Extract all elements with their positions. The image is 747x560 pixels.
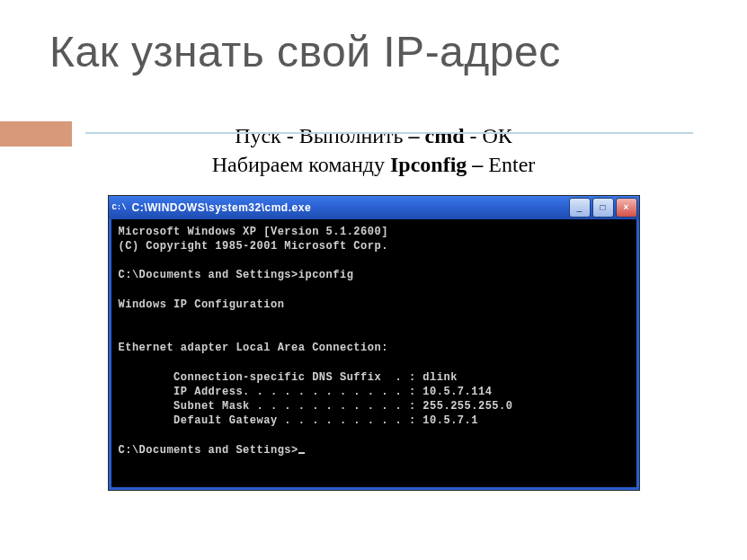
console-line: Ethernet adapter Local Area Connection: [119,342,388,354]
console-line [119,429,126,441]
console-line [119,356,126,369]
instruction-line-2: Набираем команду Ipconfig – Enter [0,150,747,179]
console-line: Subnet Mask . . . . . . . . . . . : 255.… [119,400,513,413]
console-line: C:\Documents and Settings>ipconfig [119,269,354,281]
divider [85,132,693,134]
console-line [119,284,126,297]
window-title: C:\WINDOWS\system32\cmd.exe [132,201,569,214]
cursor [298,452,305,454]
bold-text: Ipconfig – [390,153,483,176]
text: Набираем команду [212,153,390,176]
window-controls: _ □ × [569,198,637,218]
console-line [119,313,126,325]
console-line: Microsoft Windows XP [Version 5.1.2600] [119,226,388,238]
console-line: Windows IP Configuration [119,298,285,311]
console-line: (C) Copyright 1985-2001 Microsoft Corp. [119,240,388,253]
console-prompt: C:\Documents and Settings> [119,444,298,457]
titlebar: C:\ C:\WINDOWS\system32\cmd.exe _ □ × [109,196,639,219]
close-button[interactable]: × [616,198,637,218]
instructions: Пуск - Выполнить – cmd - ОК Набираем ком… [0,121,747,180]
cmd-icon: C:\ [112,200,127,215]
maximize-button[interactable]: □ [592,198,614,218]
cmd-window: C:\ C:\WINDOWS\system32\cmd.exe _ □ × Mi… [109,196,639,490]
text: - ОК [465,124,512,147]
console-line [119,254,126,267]
console-line [119,327,126,340]
console-line: Default Gateway . . . . . . . . . : 10.5… [119,414,478,427]
slide: Как узнать свой IP-адрес Пуск - Выполнит… [0,27,747,560]
console-line: Connection-specific DNS Suffix . : dlink [119,371,458,384]
text: Пуск - Выполнить [235,124,408,147]
text: Enter [483,153,535,176]
minimize-button[interactable]: _ [569,198,591,218]
accent-bar [0,121,72,147]
bold-text: – cmd [409,124,465,147]
console-output: Microsoft Windows XP [Version 5.1.2600] … [109,219,639,490]
page-title: Как узнать свой IP-адрес [49,27,747,76]
console-line: IP Address. . . . . . . . . . . . : 10.5… [119,386,493,398]
instruction-line-1: Пуск - Выполнить – cmd - ОК [0,121,747,150]
